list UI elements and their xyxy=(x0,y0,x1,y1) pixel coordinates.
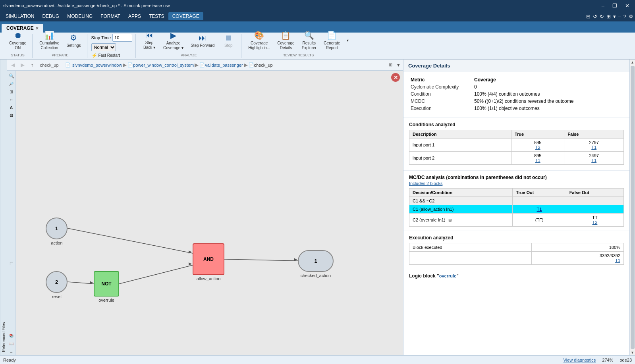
breadcrumb-validate[interactable]: validate_passenger xyxy=(205,63,243,67)
zoom-level: 274% xyxy=(602,358,613,362)
checkbox-tool[interactable]: ☐ xyxy=(8,260,15,267)
close-button[interactable]: ✕ xyxy=(623,2,632,10)
text-tool[interactable]: A xyxy=(8,104,15,111)
restore-button[interactable]: ❐ xyxy=(610,2,620,10)
step-forward-button[interactable]: ⏭ Step Forward xyxy=(188,31,217,50)
c1-false-link[interactable]: T1 xyxy=(591,145,596,150)
referenced-files-tab[interactable]: Referenced Files xyxy=(0,60,7,355)
reset-block[interactable]: 2 xyxy=(46,271,68,293)
stop-time-group: Stop Time Normal ⚡ Fast Restart xyxy=(88,34,136,58)
conditions-title: Conditions analyzed xyxy=(409,122,624,127)
library-tool[interactable]: 📚 xyxy=(8,332,15,339)
overrule-link[interactable]: overrule xyxy=(439,273,456,278)
toolbar-icon-1[interactable]: ⊟ xyxy=(586,13,591,19)
scroll-down-button[interactable]: ▼ xyxy=(630,350,635,355)
toolbar-icon-2[interactable]: ↺ xyxy=(593,13,597,19)
menu-debug[interactable]: DEBUG xyxy=(38,12,63,20)
c2-true-val: 895 xyxy=(515,153,561,158)
metric-coverage-section: Metric Coverage Cyclomatic Complexity 0 … xyxy=(403,72,629,118)
zoom-in-tool[interactable]: 🔍 xyxy=(8,72,15,79)
toolbar-icon-3[interactable]: ↻ xyxy=(600,13,604,19)
menu-tests[interactable]: TESTS xyxy=(145,12,168,20)
includes-blocks-link[interactable]: Includes 2 blocks xyxy=(409,181,624,186)
mcdc-2-icon: ⊞ xyxy=(448,218,452,222)
coverage-highlighting-button[interactable]: 🎨 CoverageHighlightin... xyxy=(245,29,273,52)
sim-canvas[interactable]: ✕ xyxy=(16,71,403,355)
canvas-close-button[interactable]: ✕ xyxy=(391,73,400,82)
desc-col-header: Description xyxy=(409,130,511,139)
mcdc-1-true-link[interactable]: T1 xyxy=(537,207,542,212)
toolbar-icon-6[interactable]: – xyxy=(618,13,621,19)
view-diagnostics-link[interactable]: View diagnostics xyxy=(564,358,596,362)
mcdc-value: 50% ((0+1)/2) conditions reversed the ou… xyxy=(473,98,624,105)
nav-dropdown-button[interactable]: ▾ xyxy=(395,61,401,69)
help-tool[interactable]: 📖 xyxy=(8,340,15,347)
scroll-up-button[interactable]: ▲ xyxy=(630,60,635,65)
toolbar-icon-8[interactable]: ⚙ xyxy=(629,13,633,19)
mcdc-2-false-link[interactable]: T2 xyxy=(592,220,597,225)
cumulative-collection-button[interactable]: 📊 CumulativeCollection xyxy=(37,29,62,52)
not-block[interactable]: NOT xyxy=(94,271,119,297)
mcdc-2-false: TT T2 xyxy=(566,214,623,227)
condition-2-desc: input port 2 xyxy=(409,152,511,165)
coverage-details-button[interactable]: 📋 CoverageDetails xyxy=(274,29,297,52)
toolbar-icon-4[interactable]: ⊞ xyxy=(606,13,611,19)
coverage-on-button[interactable]: ⏺ CoverageON xyxy=(6,29,29,52)
c2-false-link[interactable]: T1 xyxy=(591,158,596,163)
review-more-button[interactable]: ▾ xyxy=(345,36,351,44)
menu-apps[interactable]: APPS xyxy=(124,12,145,20)
menu-modeling[interactable]: MODELING xyxy=(63,12,97,20)
generate-report-button[interactable]: 📄 GenerateReport xyxy=(321,29,343,52)
zoom-out-tool[interactable]: 🔎 xyxy=(8,80,15,87)
review-group-label: REVIEW RESULTS xyxy=(282,53,314,58)
cumulative-label: CumulativeCollection xyxy=(39,41,59,50)
action-block[interactable]: 1 xyxy=(46,218,68,239)
settings-button[interactable]: ⚙ Settings xyxy=(64,31,83,50)
cyclomatic-value: 0 xyxy=(473,83,624,91)
results-explorer-button[interactable]: 🔍 ResultsExplorer xyxy=(299,29,319,52)
minimize-button[interactable]: – xyxy=(599,2,607,10)
exec-link[interactable]: T1 xyxy=(615,258,620,263)
menu-coverage[interactable]: COVERAGE xyxy=(168,12,203,20)
menu-simulation[interactable]: SIMULATION xyxy=(2,12,38,20)
false-out-col-header: False Out xyxy=(566,189,623,197)
logic-section: Logic block "overrule" xyxy=(403,269,629,285)
toolbar-icon-7[interactable]: ? xyxy=(623,13,626,19)
and-label: AND xyxy=(203,256,214,262)
nav-tab[interactable]: check_up xyxy=(37,61,61,69)
condition-1-true: 595 T2 xyxy=(511,139,564,152)
c1-true-val: 595 xyxy=(515,140,561,145)
c2-true-link[interactable]: T1 xyxy=(535,158,540,163)
menu-format[interactable]: FORMAT xyxy=(97,12,124,20)
mcdc-title: MC/DC analysis (combinations in parenthe… xyxy=(409,175,624,180)
execution-label: Execution xyxy=(409,105,473,112)
arrow-tool[interactable]: ↔ xyxy=(8,96,15,103)
c1-true-link[interactable]: T2 xyxy=(535,145,540,150)
breadcrumb-powerwindow[interactable]: slvnvdemo_powerwindow xyxy=(72,63,122,67)
checked-action-block[interactable]: 1 xyxy=(298,250,334,272)
image-tool[interactable]: 🖼 xyxy=(8,112,15,119)
scrollbar-thumb[interactable] xyxy=(631,66,635,349)
fit-tool[interactable]: ⊞ xyxy=(8,88,15,95)
statusbar: Ready View diagnostics 274% ode23 xyxy=(0,355,635,364)
mcdc-section: MC/DC analysis (combinations in parenthe… xyxy=(403,171,629,231)
conditions-section: Conditions analyzed Description True Fal… xyxy=(403,118,629,171)
step-back-button[interactable]: ⏮ StepBack ▾ xyxy=(140,29,159,52)
coverage-details-label: CoverageDetails xyxy=(277,41,294,50)
simulation-mode-select[interactable]: Normal xyxy=(91,43,116,51)
more-tool[interactable]: ≡ xyxy=(8,348,15,355)
coverage-on-label: CoverageON xyxy=(9,41,26,50)
and-block[interactable]: AND xyxy=(193,243,224,275)
nav-up-button[interactable]: ↑ xyxy=(28,61,37,69)
stop-time-input[interactable] xyxy=(112,34,132,42)
analyze-coverage-button[interactable]: ▶ AnalyzeCoverage ▾ xyxy=(160,29,186,52)
toolbar-icon-5[interactable]: ▾ xyxy=(613,13,616,19)
false-col-header: False xyxy=(564,130,624,139)
condition-value: 100% (4/4) condition outcomes xyxy=(473,91,624,98)
analyze-coverage-icon: ▶ xyxy=(170,31,176,40)
stop-button: ⏹ Stop xyxy=(219,31,238,50)
svg-line-0 xyxy=(68,228,193,253)
canvas-fit-button[interactable]: ⊞ xyxy=(386,61,394,69)
mcdc-1-true: T1 xyxy=(513,205,566,214)
breadcrumb-power-window[interactable]: power_window_control_system xyxy=(133,63,194,67)
